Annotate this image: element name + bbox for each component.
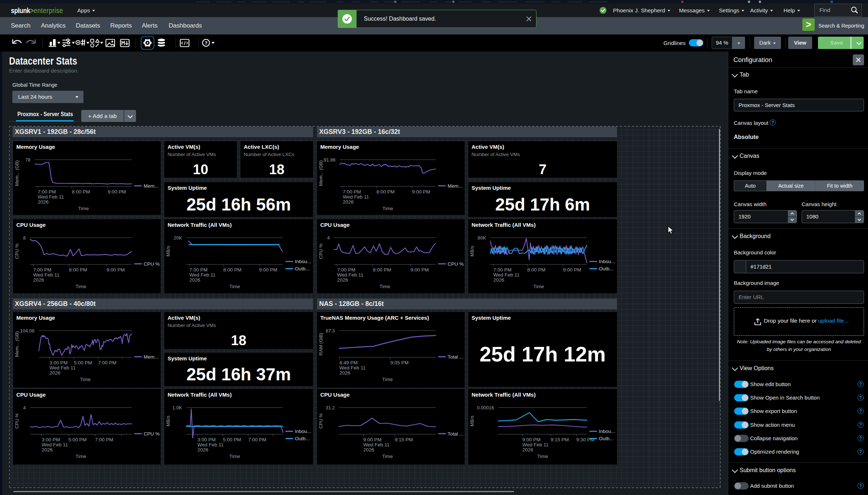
svg-text:1.0K: 1.0K — [172, 405, 182, 410]
svg-text:Wed Feb 11: Wed Feb 11 — [493, 272, 519, 278]
svg-text:5:00 PM: 5:00 PM — [223, 437, 241, 442]
svg-text:7:00 PM: 7:00 PM — [189, 267, 207, 273]
svg-text:4: 4 — [23, 405, 26, 410]
svg-text:2026: 2026 — [42, 447, 53, 453]
svg-text:8:00 PM: 8:00 PM — [69, 267, 87, 273]
svg-text:RAM (GiB): RAM (GiB) — [318, 333, 324, 356]
svg-text:2026: 2026 — [340, 370, 350, 376]
svg-text:8:00 PM: 8:00 PM — [223, 267, 242, 273]
svg-text:Wed Feb 11: Wed Feb 11 — [189, 272, 215, 278]
svg-text:Time: Time — [382, 454, 393, 459]
svg-text:Wed Feb 11: Wed Feb 11 — [522, 442, 548, 447]
svg-text:91.86: 91.86 — [324, 157, 336, 163]
svg-text:Inbou...: Inbou... — [295, 429, 311, 434]
svg-text:Time: Time — [537, 454, 548, 459]
svg-text:Time: Time — [382, 377, 393, 382]
svg-text:Inbou...: Inbou... — [295, 259, 311, 264]
svg-text:2026: 2026 — [38, 199, 49, 205]
svg-text:9:00 PM: 9:00 PM — [259, 267, 277, 273]
svg-text:8:49 PM: 8:49 PM — [340, 360, 358, 365]
svg-text:9:00 PM: 9:00 PM — [363, 437, 382, 442]
svg-text:Inbou...: Inbou... — [599, 259, 615, 264]
svg-text:CPU %: CPU % — [14, 413, 20, 429]
svg-text:Time: Time — [379, 284, 390, 289]
svg-text:Total ...: Total ... — [448, 431, 464, 437]
svg-text:9:00 PM: 9:00 PM — [522, 437, 540, 442]
svg-text:Mem...: Mem... — [448, 183, 462, 189]
svg-text:78: 78 — [25, 157, 30, 163]
svg-text:Outb...: Outb... — [295, 266, 310, 271]
svg-text:Mem... (GB): Mem... (GB) — [318, 160, 324, 186]
svg-text:Time: Time — [80, 377, 91, 382]
svg-text:CPU %: CPU % — [448, 261, 464, 267]
svg-text:7:00 PM: 7:00 PM — [33, 267, 51, 273]
svg-text:Wed Feb 11: Wed Feb 11 — [49, 365, 75, 371]
svg-text:CPU %: CPU % — [14, 243, 20, 259]
svg-text:2026: 2026 — [363, 447, 374, 453]
svg-text:2026: 2026 — [343, 199, 354, 205]
svg-text:Wed Feb 11: Wed Feb 11 — [363, 442, 390, 447]
svg-text:CPU %: CPU % — [318, 413, 324, 429]
svg-text:Wed Feb 11: Wed Feb 11 — [38, 194, 64, 200]
svg-text:9:00 PM: 9:00 PM — [411, 267, 429, 273]
svg-text:Time: Time — [78, 206, 89, 211]
svg-text:8:00 PM: 8:00 PM — [72, 189, 90, 195]
svg-text:Wed Feb 11: Wed Feb 11 — [337, 272, 363, 278]
svg-text:MB/s: MB/s — [165, 246, 171, 257]
svg-text:9:00 PM: 9:00 PM — [108, 189, 126, 195]
svg-text:8:00 PM: 8:00 PM — [527, 267, 546, 273]
svg-text:Mem...: Mem... — [144, 183, 159, 189]
svg-text:3:00 PM: 3:00 PM — [197, 437, 215, 442]
svg-text:MB/s: MB/s — [469, 416, 475, 426]
svg-text:9:00 PM: 9:00 PM — [412, 189, 430, 195]
svg-text:9:30 PM: 9:30 PM — [576, 437, 595, 442]
svg-text:Time: Time — [75, 284, 86, 289]
svg-text:104.08: 104.08 — [20, 328, 34, 334]
svg-text:9:00 PM: 9:00 PM — [563, 267, 581, 273]
svg-text:2026: 2026 — [337, 277, 348, 283]
svg-text:Time: Time — [229, 454, 240, 459]
svg-text:9:15 PM: 9:15 PM — [551, 437, 569, 442]
svg-text:7:00 PM: 7:00 PM — [248, 437, 266, 442]
svg-text:4: 4 — [327, 235, 330, 241]
svg-text:Wed Feb 11: Wed Feb 11 — [33, 272, 59, 278]
svg-text:3:00 PM: 3:00 PM — [49, 360, 67, 365]
svg-text:7:00 PM: 7:00 PM — [493, 267, 511, 273]
svg-text:5:00 PM: 5:00 PM — [69, 437, 87, 442]
svg-text:Time: Time — [533, 284, 544, 289]
svg-text:2026: 2026 — [522, 447, 533, 453]
svg-text:Inbou...: Inbou... — [599, 429, 615, 434]
svg-text:5:00 PM: 5:00 PM — [74, 360, 92, 365]
svg-text:7:00 PM: 7:00 PM — [343, 189, 361, 195]
svg-text:CPU %: CPU % — [144, 431, 160, 437]
svg-text:8: 8 — [23, 235, 26, 241]
svg-text:Wed Feb 11: Wed Feb 11 — [340, 365, 366, 371]
svg-text:Time: Time — [382, 206, 393, 211]
svg-text:Time: Time — [229, 284, 240, 289]
svg-text:9:15 PM: 9:15 PM — [395, 437, 413, 442]
svg-text:7:00 PM: 7:00 PM — [95, 437, 113, 442]
svg-text:2026: 2026 — [33, 277, 44, 283]
svg-text:Wed Feb 11: Wed Feb 11 — [343, 194, 369, 200]
svg-text:80K: 80K — [478, 235, 486, 241]
svg-text:2026: 2026 — [49, 370, 60, 376]
svg-text:9:05 PM: 9:05 PM — [390, 360, 408, 365]
svg-text:8:00 PM: 8:00 PM — [377, 189, 395, 195]
svg-text:2026: 2026 — [189, 277, 200, 283]
svg-text:Mem... (GB): Mem... (GB) — [14, 331, 20, 357]
svg-text:Outb...: Outb... — [599, 266, 614, 271]
svg-text:Outb...: Outb... — [599, 436, 614, 441]
svg-text:CPU %: CPU % — [318, 243, 324, 259]
svg-text:Mem...: Mem... — [144, 354, 159, 360]
svg-text:Wed Feb 11: Wed Feb 11 — [42, 442, 68, 447]
svg-text:7:00 PM: 7:00 PM — [337, 267, 355, 273]
svg-text:9:00 PM: 9:00 PM — [107, 267, 125, 273]
svg-text:Wed Feb 11: Wed Feb 11 — [197, 442, 223, 447]
svg-text:MB/s: MB/s — [165, 416, 171, 426]
svg-text:3:00 PM: 3:00 PM — [42, 437, 60, 442]
svg-text:?: ? — [205, 40, 207, 46]
svg-text:8:00 PM: 8:00 PM — [373, 267, 391, 273]
svg-text:7:00 PM: 7:00 PM — [98, 360, 116, 365]
svg-text:7:00 PM: 7:00 PM — [38, 189, 56, 195]
svg-text:87.3: 87.3 — [326, 328, 335, 334]
